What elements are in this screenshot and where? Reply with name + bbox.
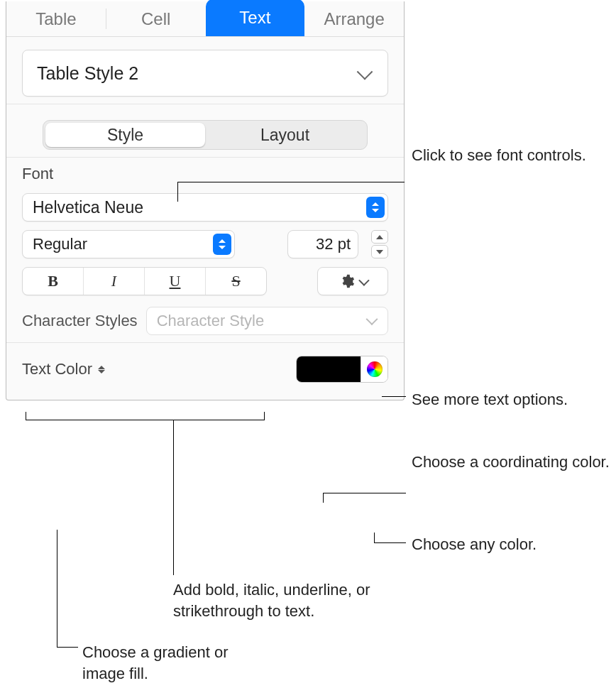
updown-icon — [213, 234, 231, 255]
leader-line — [57, 530, 57, 647]
font-family-select[interactable]: Helvetica Neue — [22, 193, 388, 222]
gear-icon — [339, 273, 355, 289]
segment-style[interactable]: Style — [45, 123, 205, 147]
segment-layout[interactable]: Layout — [205, 123, 365, 147]
paragraph-style-value: Table Style 2 — [37, 63, 138, 84]
style-layout-segment: Style Layout — [43, 120, 368, 150]
leader-line — [57, 647, 78, 648]
tab-arrange[interactable]: Arrange — [304, 1, 404, 36]
italic-button[interactable]: I — [84, 268, 145, 295]
color-wheel-button[interactable] — [361, 356, 387, 382]
leader-line — [323, 493, 324, 503]
panel-body: Table Style 2 Style Layout Font Helvetic… — [6, 37, 404, 400]
advanced-text-options-button[interactable] — [317, 267, 388, 295]
callout-coord-color: Choose a coordinating color. — [412, 452, 610, 473]
chevron-down-icon — [359, 70, 372, 77]
leader-line — [173, 420, 174, 575]
leader-line — [177, 182, 178, 202]
font-size-field[interactable]: 32 pt — [287, 230, 358, 258]
text-style-group: B I U S — [22, 267, 267, 295]
font-size-value: 32 pt — [316, 235, 351, 253]
callout-gear: See more text options. — [412, 389, 568, 410]
text-color-label: Text Color — [22, 360, 92, 378]
divider — [6, 104, 404, 104]
inspector-tabs: Table Cell Text Arrange — [6, 1, 404, 37]
character-styles-label: Character Styles — [22, 312, 138, 330]
callout-style: Click to see font controls. — [412, 145, 586, 166]
tab-table[interactable]: Table — [6, 1, 106, 36]
callout-any-color: Choose any color. — [412, 534, 537, 555]
callout-textcolor: Choose a gradient or image fill. — [82, 642, 267, 684]
stepper-down-icon[interactable] — [371, 245, 388, 258]
character-style-select[interactable]: Character Style — [146, 307, 388, 335]
text-color-popup[interactable]: Text Color — [22, 360, 105, 378]
font-section-label: Font — [22, 165, 388, 183]
leader-line — [177, 182, 405, 182]
leader-line — [374, 533, 375, 542]
leader-line — [374, 542, 406, 543]
color-swatch-button[interactable] — [297, 356, 361, 382]
strikethrough-button[interactable]: S — [206, 268, 266, 295]
font-style-select[interactable]: Regular — [22, 230, 235, 258]
divider — [6, 342, 404, 343]
leader-line — [382, 396, 406, 397]
leader-line — [323, 493, 406, 493]
underline-button[interactable]: U — [145, 268, 206, 295]
text-color-well-group — [296, 356, 388, 383]
stepper-up-icon[interactable] — [371, 230, 388, 244]
font-style-value: Regular — [33, 235, 87, 253]
character-style-placeholder: Character Style — [157, 312, 265, 330]
bracket-line — [26, 412, 265, 420]
tab-cell[interactable]: Cell — [106, 1, 206, 36]
font-family-value: Helvetica Neue — [33, 198, 143, 217]
color-wheel-icon — [367, 361, 383, 377]
updown-icon — [366, 197, 385, 218]
updown-icon — [98, 366, 105, 373]
paragraph-style-select[interactable]: Table Style 2 — [22, 50, 388, 97]
divider — [6, 157, 404, 158]
tab-text[interactable]: Text — [206, 0, 305, 36]
bold-button[interactable]: B — [23, 268, 84, 295]
font-size-stepper[interactable] — [371, 230, 388, 258]
chevron-down-icon — [359, 278, 367, 285]
inspector-panel: Table Cell Text Arrange Table Style 2 St… — [6, 1, 405, 400]
callout-bius: Add bold, italic, underline, or striketh… — [173, 579, 407, 621]
